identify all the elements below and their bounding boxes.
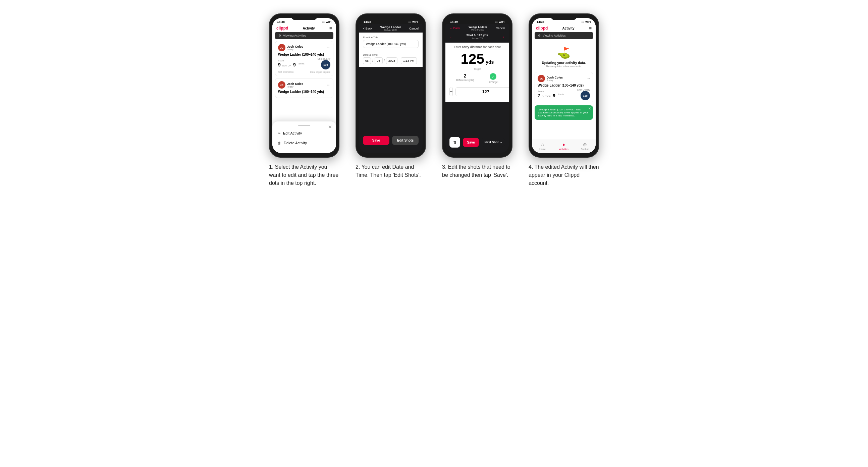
activity-card-2[interactable]: JC Josh Coles Today ··· Wedge Ladder (10… — [275, 78, 333, 98]
filter-icon-1: ⚙ — [278, 34, 281, 37]
form-section-datetime: Date & Time 06 / 03 / 2023 1:13 PM — [359, 51, 423, 67]
tab-activities[interactable]: ♦ Activities — [553, 142, 574, 150]
caption-1: 1. Select the Activity you want to edit … — [269, 163, 339, 187]
phone-notch-4 — [550, 14, 577, 20]
card-dots-4[interactable]: ··· — [587, 76, 590, 81]
wifi-icon-3: WiFi — [499, 21, 504, 24]
card-stats-1: Score 9 OUT OF 9 Shots Shot Quality 130 — [278, 58, 330, 69]
caption-2: 2. You can edit Date and Time. Then tap … — [355, 163, 426, 179]
phone-col-3: 14:39 ▪▪▪ WiFi ← Back Wedge Ladder 06 Ma… — [439, 13, 516, 179]
tab-capture[interactable]: ⊕ Capture — [575, 142, 596, 150]
shots-section-4: Shots — [558, 93, 564, 96]
diff-value: 2 — [456, 73, 474, 79]
delete-label: Delete Activity — [284, 141, 307, 145]
edit-activity-item[interactable]: ✏ Edit Activity — [278, 128, 331, 138]
score-section-1: Score 9 OUT OF 9 — [278, 59, 296, 68]
close-icon-1[interactable]: ✕ — [328, 124, 332, 129]
card-footer-1: Test Information Data: Clippd Capture — [278, 71, 330, 73]
card-dots-1[interactable]: ··· — [327, 45, 330, 50]
trash-icon: 🗑 — [278, 141, 281, 145]
edit-shots-button[interactable]: Edit Shots — [392, 136, 418, 145]
score-value-1: 9 — [278, 62, 281, 67]
practice-title-input[interactable] — [363, 40, 418, 48]
hit-target-stat: ✓ Hit Target — [488, 73, 498, 84]
next-shot-arrow-top[interactable]: → — [500, 34, 505, 39]
save-button-2[interactable]: Save — [363, 136, 390, 145]
phone-notch-1 — [291, 14, 318, 20]
shot-content-3: Enter carry distance for each shot 125 y… — [445, 42, 509, 102]
score-label-1: Score — [278, 59, 296, 62]
edit-nav-2: < Back Wedge Ladder 06 Mar 2023 Cancel — [359, 24, 423, 33]
save-shot-button[interactable]: Save — [463, 138, 479, 147]
home-icon: ⌂ — [541, 142, 544, 147]
avatar-row-2: JC Josh Coles Today — [278, 81, 303, 89]
back-btn-2[interactable]: < Back — [363, 27, 372, 30]
wifi-icon-4: WiFi — [585, 21, 591, 24]
form-area-2: Practice Title Date & Time 06 / 03 / 202… — [359, 33, 423, 67]
card-title-2: Wedge Ladder (100–140 yds) — [278, 90, 330, 94]
activity-card-4[interactable]: JC Josh Coles Today ··· Wedge Ladder (10… — [535, 72, 593, 103]
month-segment[interactable]: 03 — [375, 57, 383, 64]
hit-target-label: Hit Target — [488, 81, 498, 84]
nav-logo-1: clippd — [276, 26, 288, 31]
decrement-button[interactable]: − — [450, 87, 453, 96]
shots-value-1: 9 — [293, 62, 296, 67]
tab-home[interactable]: ⌂ Home — [532, 142, 553, 150]
prev-shot-arrow[interactable]: ← — [450, 34, 454, 39]
wifi-icon-1: WiFi — [326, 21, 331, 24]
card-title-1: Wedge Ladder (100–140 yds) — [278, 53, 330, 56]
activity-card-1[interactable]: JC Josh Coles Today ··· Wedge Ladder (10… — [275, 41, 333, 76]
viewing-text-1: Viewing Activities — [283, 34, 306, 37]
quality-section-1: Shot Quality 130 — [318, 58, 330, 69]
status-icons-4: ▪▪▪ WiFi — [582, 21, 591, 24]
shots-label-4: Shots — [558, 93, 564, 96]
next-shot-button[interactable]: Next Shot → — [482, 138, 505, 147]
card-dots-2[interactable]: ··· — [327, 83, 330, 87]
phone-col-1: 14:38 ▪▪▪ WiFi clippd Activity ≡ ⚙ Viewi… — [266, 13, 343, 187]
nav-bar-4: clippd Activity ≡ — [532, 24, 596, 32]
delete-shot-button[interactable]: 🗑 — [450, 137, 460, 148]
avatar-4: JC — [538, 75, 545, 82]
cancel-btn-3[interactable]: Cancel — [496, 27, 505, 30]
score-label-3: Score 7/9 — [466, 37, 488, 40]
nav-title-4: Activity — [562, 27, 575, 30]
phone-col-4: 14:38 ▪▪▪ WiFi clippd Activity ≡ ⚙ Viewi… — [525, 13, 602, 187]
phone-4: 14:38 ▪▪▪ WiFi clippd Activity ≡ ⚙ Viewi… — [529, 13, 599, 158]
golf-flag-icon: ⛳ — [557, 46, 570, 59]
avatar-row-4: JC Josh Coles Today — [538, 75, 563, 82]
year-segment[interactable]: 2023 — [386, 57, 398, 64]
edit-label: Edit Activity — [283, 131, 302, 135]
back-btn-3[interactable]: ← Back — [450, 27, 460, 30]
day-segment[interactable]: 06 — [363, 57, 371, 64]
loading-area-4: ⛳ Updating your activity data. This may … — [532, 41, 596, 72]
date-time-label: Date & Time — [363, 53, 418, 56]
yardage-unit-3: yds — [486, 59, 494, 65]
user-info-2: Josh Coles Today — [287, 82, 303, 88]
footer-right-1: Data: Clippd Capture — [310, 71, 330, 73]
shot-label: Shot 6, 125 yds — [466, 34, 488, 37]
cancel-btn-2[interactable]: Cancel — [409, 27, 418, 30]
time-segment[interactable]: 1:13 PM — [401, 57, 417, 64]
signal-icon-3: ▪▪▪ — [495, 21, 498, 24]
hit-target-icon-3: ✓ — [490, 73, 496, 80]
edit-nav-subtitle-2: 06 Mar 2023 — [380, 29, 401, 31]
nav-title-1: Activity — [303, 27, 315, 30]
carry-instruction-3: Enter carry distance for each shot — [450, 45, 505, 49]
viewing-text-4: Viewing Activities — [542, 34, 566, 37]
delete-activity-item[interactable]: 🗑 Delete Activity — [278, 138, 331, 148]
user-time-2: Today — [287, 86, 303, 88]
toast-close-icon[interactable]: ✕ — [588, 107, 591, 111]
shot-action-bar-3: 🗑 Save Next Shot → — [445, 137, 509, 148]
shots-section-1: Shots — [299, 62, 305, 65]
quality-section-4: Shot Quality 118 — [577, 89, 590, 100]
loading-sub-4: This may take a few moments. — [546, 65, 582, 68]
menu-icon-4[interactable]: ≡ — [589, 26, 592, 31]
shots-label-1: Shots — [299, 62, 305, 65]
menu-icon-1[interactable]: ≡ — [329, 26, 332, 31]
activities-icon: ♦ — [562, 142, 565, 147]
distance-input[interactable] — [456, 87, 509, 96]
status-icons-1: ▪▪▪ WiFi — [322, 21, 331, 24]
phone-notch-2 — [377, 14, 404, 20]
bold-carry: carry distance — [462, 45, 482, 49]
sheet-handle-1 — [298, 125, 310, 126]
